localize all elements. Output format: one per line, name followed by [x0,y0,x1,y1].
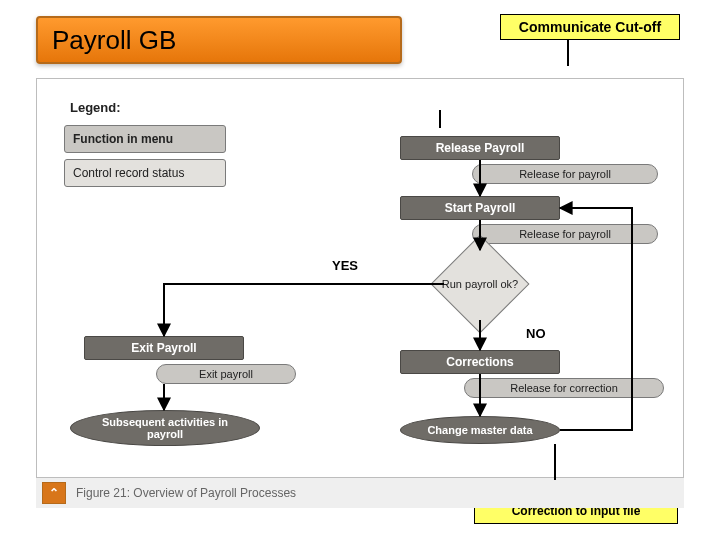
node-corrections: Corrections [400,350,560,374]
figure-caption: Figure 21: Overview of Payroll Processes [76,486,296,500]
node-subsequent-activities-text: Subsequent activities in payroll [102,416,228,440]
collapse-button[interactable]: ⌃ [42,482,66,504]
legend: Legend: Function in menu Control record … [64,96,226,187]
node-start-payroll-text: Start Payroll [445,201,516,215]
node-corrections-text: Corrections [446,355,513,369]
callout-communicate-text: Communicate Cut-off [519,19,661,35]
node-change-master-data: Change master data [400,416,560,444]
node-exit-payroll-pill-text: Exit payroll [199,368,253,380]
node-release-for-payroll-2: Release for payroll [472,224,658,244]
stage: Payroll GB Communicate Cut-off SIMULATE … [0,0,720,540]
node-release-payroll-text: Release Payroll [436,141,525,155]
node-exit-payroll-text: Exit Payroll [131,341,196,355]
node-change-master-data-text: Change master data [427,424,532,436]
caption-bar: ⌃ Figure 21: Overview of Payroll Process… [36,478,684,508]
page-title: Payroll GB [36,16,402,64]
chevron-up-icon: ⌃ [49,486,59,500]
legend-item-function: Function in menu [64,125,226,153]
node-release-for-payroll-1: Release for payroll [472,164,658,184]
legend-item-control: Control record status [64,159,226,187]
label-yes: YES [332,258,358,273]
node-subsequent-activities: Subsequent activities in payroll [70,410,260,446]
label-no: NO [526,326,546,341]
node-release-for-correction-text: Release for correction [510,382,618,394]
node-release-for-payroll-1-text: Release for payroll [519,168,611,180]
node-exit-payroll-pill: Exit payroll [156,364,296,384]
node-exit-payroll: Exit Payroll [84,336,244,360]
node-release-for-correction: Release for correction [464,378,664,398]
node-release-for-payroll-2-text: Release for payroll [519,228,611,240]
node-start-payroll: Start Payroll [400,196,560,220]
page-title-text: Payroll GB [52,25,176,56]
node-release-payroll: Release Payroll [400,136,560,160]
callout-communicate-cutoff: Communicate Cut-off [500,14,680,40]
legend-title: Legend: [64,96,226,119]
node-decision-text: Run payroll ok? [425,278,535,290]
